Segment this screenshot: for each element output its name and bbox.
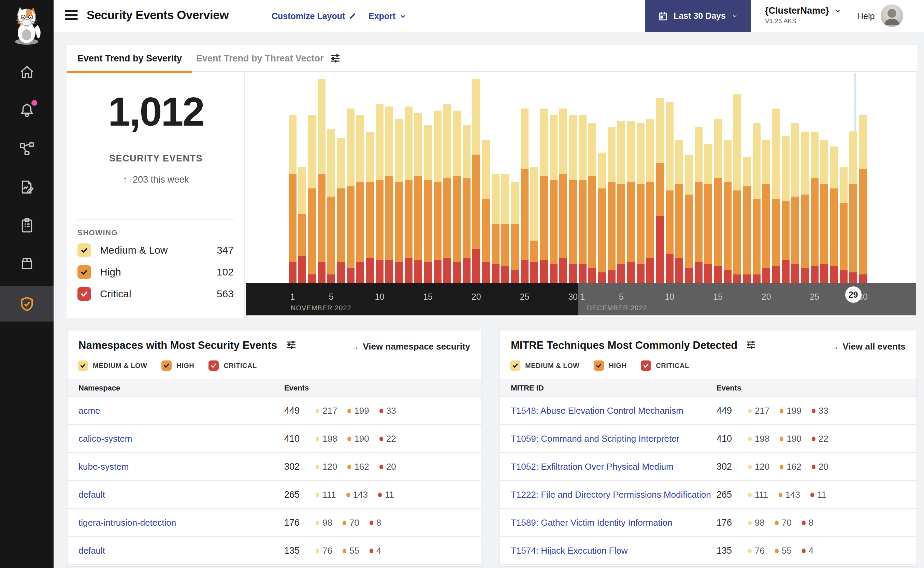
chart-bar[interactable] [588, 123, 596, 283]
chart-bar[interactable] [550, 115, 558, 283]
chart-bar[interactable] [830, 147, 838, 283]
chart-bar[interactable] [434, 110, 442, 283]
chart-bar[interactable] [414, 113, 422, 283]
mitre-technique-link[interactable]: T1059: Command and Scripting Interpreter [511, 434, 679, 444]
chart-bar[interactable] [492, 174, 499, 283]
export-button[interactable]: Export [368, 11, 407, 21]
selected-day-marker[interactable]: 29 [845, 286, 862, 303]
chart-bar[interactable] [685, 155, 693, 283]
checkbox-high[interactable] [77, 265, 91, 279]
chart-bar[interactable] [840, 167, 847, 283]
mitre-technique-link[interactable]: T1222: File and Directory Permissions Mo… [511, 489, 711, 500]
chart-bar[interactable] [376, 104, 383, 283]
chart-bar[interactable] [453, 110, 461, 283]
chart-bar[interactable] [704, 144, 712, 283]
chart-bar[interactable] [666, 102, 674, 283]
view-namespace-security-link[interactable]: →View namespace security [350, 341, 470, 352]
sidebar-item-alerts[interactable] [0, 93, 54, 128]
chart-bar[interactable] [617, 121, 625, 283]
chart-bar[interactable] [656, 98, 664, 283]
chip-medium-low[interactable]: MEDIUM & LOW [78, 361, 147, 371]
sidebar-item-packages[interactable] [0, 246, 54, 281]
sidebar-item-service-graph[interactable] [0, 131, 54, 166]
chart-bar[interactable] [801, 132, 809, 283]
sidebar-item-compliance[interactable] [0, 207, 54, 243]
chart-bar[interactable] [627, 121, 635, 283]
chart-bar[interactable] [859, 115, 867, 283]
checkbox-critical[interactable] [77, 287, 91, 301]
chart-bar[interactable] [395, 119, 403, 283]
view-all-events-link[interactable]: →View all events [830, 341, 906, 352]
chart-bar[interactable] [327, 129, 335, 283]
chart-bar[interactable] [598, 153, 606, 283]
namespace-link[interactable]: kube-system [78, 461, 129, 472]
chart-bar[interactable] [385, 107, 393, 283]
namespace-link[interactable]: tigera-intrusion-detection [78, 518, 176, 528]
namespace-link[interactable]: acme [78, 405, 100, 416]
date-range-button[interactable]: Last 30 Days [645, 0, 751, 32]
chart-bar[interactable] [579, 115, 586, 283]
user-avatar[interactable] [881, 5, 903, 27]
cluster-selector[interactable]: {ClusterName} V1.26 AKS [765, 6, 841, 25]
severity-checkbox-medium-low[interactable]: Medium & Low 347 [77, 243, 234, 258]
chart-bar[interactable] [482, 140, 490, 283]
chart-bar[interactable] [791, 123, 799, 283]
chart-bar[interactable] [714, 119, 722, 283]
chart-bar[interactable] [753, 123, 761, 283]
chart-bar[interactable] [569, 115, 577, 283]
sidebar-item-home[interactable] [0, 54, 54, 90]
chart-bar[interactable] [424, 125, 432, 283]
trend-filter-button[interactable] [330, 53, 341, 65]
chart-bar[interactable] [347, 109, 354, 283]
mitre-technique-link[interactable]: T1589: Gather Victim Identity Informatio… [511, 518, 672, 528]
chip-critical[interactable]: CRITICAL [208, 361, 256, 371]
chip-critical[interactable]: CRITICAL [641, 361, 689, 371]
sidebar-item-security[interactable] [0, 286, 54, 322]
chart-bar[interactable] [608, 127, 615, 283]
chart-bar[interactable] [724, 140, 731, 283]
chart-bar[interactable] [637, 123, 645, 283]
chip-medium-low[interactable]: MEDIUM & LOW [510, 361, 579, 371]
chart-bar[interactable] [298, 167, 306, 283]
namespaces-filter-button[interactable] [286, 339, 297, 352]
mitre-technique-link[interactable]: T1574: Hijack Execution Flow [511, 545, 627, 556]
chart-x-axis[interactable]: NOVEMBER 2022 DECEMBER 2022 151015202530… [246, 283, 916, 316]
chart-bar[interactable] [743, 157, 751, 283]
namespace-link[interactable]: default [78, 545, 105, 556]
severity-checkbox-critical[interactable]: Critical 563 [77, 286, 234, 301]
chart-bar[interactable] [675, 140, 683, 283]
chart-bar[interactable] [811, 132, 818, 283]
chart-bar[interactable] [501, 174, 509, 283]
customize-layout-button[interactable]: Customize Layout [271, 11, 357, 21]
chart-bar[interactable] [521, 109, 529, 283]
chart-bar[interactable] [405, 107, 413, 283]
chart-bar[interactable] [820, 140, 828, 283]
mitre-technique-link[interactable]: T1052: Exfiltration Over Physical Medium [511, 461, 674, 472]
chart-bar[interactable] [762, 140, 770, 283]
sidebar-item-reports[interactable] [0, 169, 54, 205]
chart-bar[interactable] [782, 136, 790, 283]
chart-bar[interactable] [289, 115, 297, 283]
chart-bar[interactable] [646, 119, 654, 283]
chart-bar[interactable] [733, 94, 741, 283]
chart-bar[interactable] [530, 167, 538, 283]
chart-bar[interactable] [849, 131, 857, 283]
mitre-filter-button[interactable] [746, 339, 757, 352]
namespace-link[interactable]: calico-system [78, 434, 132, 444]
chart-bar[interactable] [463, 125, 470, 283]
chart-bar[interactable] [443, 104, 451, 283]
chart-bar[interactable] [472, 79, 480, 283]
checkbox-medium-low[interactable] [77, 243, 91, 257]
hamburger-menu-icon[interactable] [65, 10, 78, 21]
namespace-link[interactable]: default [78, 489, 105, 500]
chart-bar[interactable] [318, 79, 326, 283]
chip-high[interactable]: HIGH [594, 361, 627, 371]
chart-bar[interactable] [337, 138, 345, 283]
chart-bar[interactable] [540, 109, 548, 283]
tab-event-trend-by-threat-vector[interactable]: Event Trend by Threat Vector [196, 45, 324, 72]
chart-bar[interactable] [308, 115, 316, 283]
chip-high[interactable]: HIGH [161, 361, 194, 371]
chart-bar[interactable] [511, 182, 519, 283]
chart-bar[interactable] [772, 109, 780, 283]
mitre-technique-link[interactable]: T1548: Abuse Elevation Control Mechanism [511, 405, 683, 416]
